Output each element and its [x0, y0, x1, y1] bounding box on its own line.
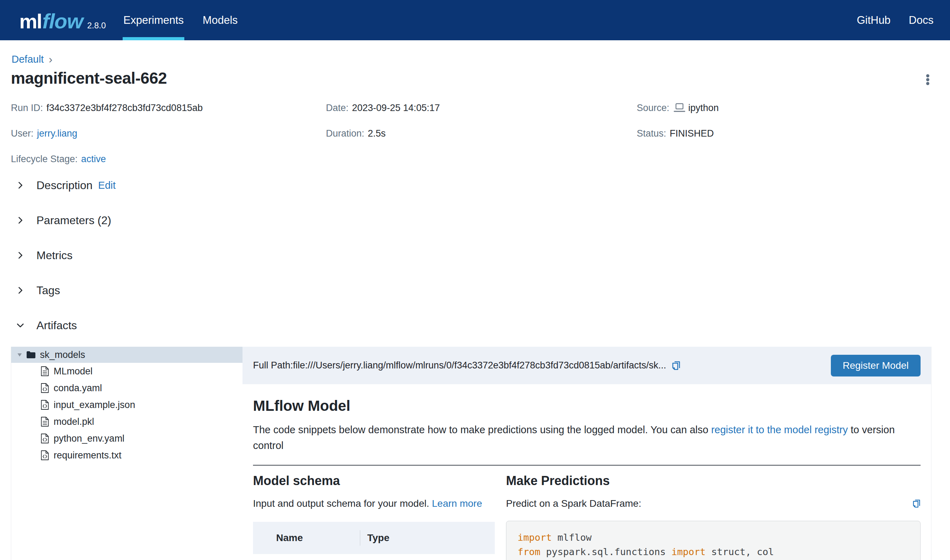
copy-icon[interactable] — [913, 499, 921, 509]
code-text: pyspark.sql.functions — [540, 546, 671, 557]
make-predictions-title: Make Predictions — [506, 474, 921, 488]
caret-down-icon[interactable] — [17, 353, 22, 357]
tree-file-label: conda.yaml — [54, 383, 102, 394]
code-keyword: import — [518, 532, 552, 543]
chevron-right-icon — [16, 286, 25, 295]
section-metrics-label: Metrics — [37, 249, 72, 262]
meta-user: User: jerry.liang — [11, 126, 326, 140]
run-sections: Description Edit Parameters (2) Metrics … — [16, 178, 116, 332]
copy-icon[interactable] — [672, 360, 680, 371]
tree-file-label: requirements.txt — [54, 450, 122, 461]
breadcrumb-separator: › — [49, 54, 52, 65]
mlflow-model-description: The code snippets below demonstrate how … — [253, 422, 905, 454]
run-id-value: f34c3372e3bf4f278cb3fd73cd0815ab — [46, 101, 203, 115]
code-text: struct, col — [705, 546, 774, 557]
section-artifacts[interactable]: Artifacts — [16, 319, 116, 332]
tree-file-label: input_example.json — [54, 400, 135, 411]
kebab-dot — [926, 74, 929, 77]
tree-file-model-pkl[interactable]: model.pkl — [11, 413, 242, 430]
description-edit-link[interactable]: Edit — [98, 180, 116, 191]
file-code-icon — [41, 451, 49, 460]
tree-file-input-example-json[interactable]: input_example.json — [11, 397, 242, 413]
predictions-subtitle: Predict on a Spark DataFrame: — [506, 498, 641, 509]
active-tab-indicator — [123, 37, 184, 40]
nav-tabs: Experiments Models — [123, 0, 256, 40]
top-navbar: mlflow 2.8.0 Experiments Models GitHub D… — [0, 0, 950, 40]
run-metadata: Run ID: f34c3372e3bf4f278cb3fd73cd0815ab… — [11, 101, 870, 166]
chevron-right-icon — [16, 181, 25, 190]
artifact-detail-pane: Full Path:file:///Users/jerry.liang/mlfl… — [242, 347, 931, 560]
logo-ml-text: ml — [19, 9, 42, 33]
chevron-right-icon — [16, 216, 25, 225]
predictions-subtitle-row: Predict on a Spark DataFrame: — [506, 498, 921, 509]
tree-file-label: python_env.yaml — [54, 433, 124, 444]
tab-experiments[interactable]: Experiments — [123, 0, 184, 40]
artifact-tree: sk_models MLmodel conda.yaml — [11, 347, 242, 560]
meta-lifecycle-stage: Lifecycle Stage: active — [11, 152, 326, 166]
tab-models-label: Models — [202, 14, 238, 27]
code-keyword: import — [671, 546, 706, 557]
overflow-menu-button[interactable] — [925, 73, 931, 86]
model-registry-link[interactable]: register it to the model registry — [711, 424, 848, 435]
tab-experiments-label: Experiments — [123, 14, 184, 27]
tree-file-label: MLmodel — [54, 366, 93, 377]
code-snippet[interactable]: import mlflow from pyspark.sql.functions… — [506, 521, 921, 560]
docs-link[interactable]: Docs — [908, 14, 933, 27]
section-tags[interactable]: Tags — [16, 284, 116, 297]
status-label: Status: — [637, 126, 666, 140]
tab-models[interactable]: Models — [202, 0, 238, 40]
version-label: 2.8.0 — [87, 21, 106, 31]
tree-file-conda-yaml[interactable]: conda.yaml — [11, 380, 242, 397]
file-code-icon — [41, 434, 49, 443]
source-label: Source: — [637, 101, 669, 115]
mlflow-logo[interactable]: mlflow 2.8.0 — [19, 7, 106, 33]
meta-date: Date: 2023-09-25 14:05:17 — [326, 101, 637, 115]
chevron-right-icon — [16, 251, 25, 260]
date-value: 2023-09-25 14:05:17 — [352, 101, 440, 115]
kebab-dot — [926, 82, 929, 85]
tree-file-label: model.pkl — [54, 416, 94, 427]
description-text: The code snippets below demonstrate how … — [253, 424, 711, 435]
meta-status: Status: FINISHED — [637, 126, 870, 140]
section-description[interactable]: Description Edit — [16, 178, 116, 192]
register-model-button[interactable]: Register Model — [831, 355, 921, 377]
meta-source: Source: ipython — [637, 101, 870, 115]
meta-duration: Duration: 2.5s — [326, 126, 637, 140]
tree-file-requirements-txt[interactable]: requirements.txt — [11, 447, 242, 464]
code-line: from pyspark.sql.functions import struct… — [518, 545, 909, 559]
meta-run-id: Run ID: f34c3372e3bf4f278cb3fd73cd0815ab — [11, 101, 326, 115]
model-schema-column: Model schema Input and output schema for… — [253, 466, 506, 560]
lifecycle-stage-label: Lifecycle Stage: — [11, 152, 78, 166]
tree-file-mlmodel[interactable]: MLmodel — [11, 363, 242, 380]
make-predictions-column: Make Predictions Predict on a Spark Data… — [506, 466, 921, 560]
full-path-text: Full Path:file:///Users/jerry.liang/mlfl… — [253, 360, 666, 371]
github-link[interactable]: GitHub — [857, 14, 890, 27]
section-metrics[interactable]: Metrics — [16, 249, 116, 262]
date-label: Date: — [326, 101, 349, 115]
file-text-icon — [41, 417, 49, 426]
user-link[interactable]: jerry.liang — [37, 126, 77, 140]
status-value: FINISHED — [670, 126, 714, 140]
tree-folder-sk-models[interactable]: sk_models — [11, 347, 242, 363]
breadcrumb-experiment-link[interactable]: Default — [12, 54, 44, 65]
learn-more-link[interactable]: Learn more — [432, 498, 482, 509]
artifact-pathbar: Full Path:file:///Users/jerry.liang/mlfl… — [242, 347, 931, 384]
schema-table-header: Name Type — [253, 522, 495, 554]
section-description-label: Description — [37, 179, 93, 192]
tree-file-python-env-yaml[interactable]: python_env.yaml — [11, 430, 242, 447]
code-text: mlflow — [552, 532, 592, 543]
code-line: import mlflow — [518, 530, 909, 545]
file-text-icon — [41, 366, 49, 376]
breadcrumb: Default › — [12, 54, 52, 65]
duration-label: Duration: — [326, 126, 364, 140]
schema-subtitle-text: Input and output schema for your model. — [253, 498, 432, 509]
folder-icon — [26, 351, 36, 358]
schema-column-name: Name — [253, 532, 360, 543]
section-parameters[interactable]: Parameters (2) — [16, 214, 116, 227]
artifact-browser: sk_models MLmodel conda.yaml — [11, 347, 931, 560]
model-schema-title: Model schema — [253, 474, 506, 488]
model-columns: Model schema Input and output schema for… — [253, 466, 921, 560]
lifecycle-stage-value[interactable]: active — [81, 152, 106, 166]
model-schema-subtitle: Input and output schema for your model. … — [253, 498, 506, 509]
section-artifacts-label: Artifacts — [37, 319, 77, 332]
